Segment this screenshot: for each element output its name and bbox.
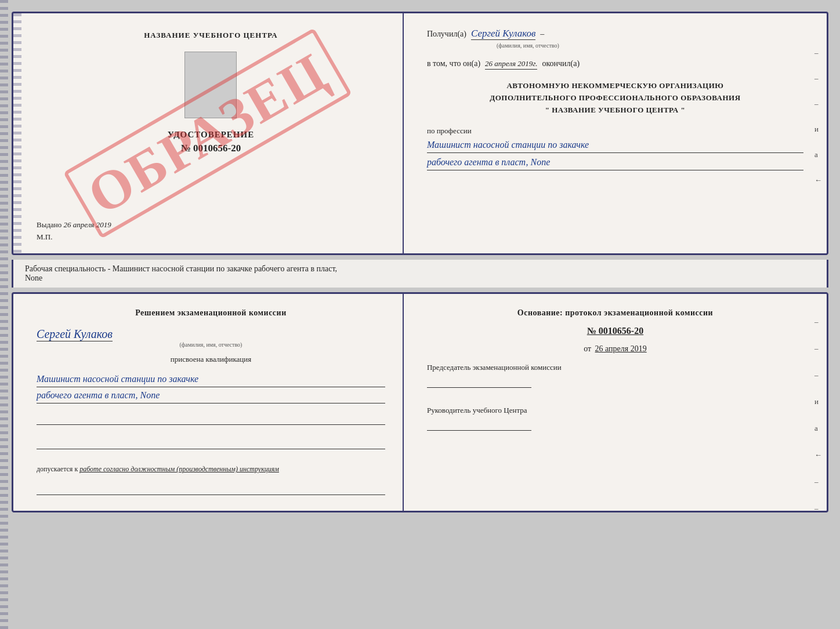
org-line3: " НАЗВАНИЕ УЧЕБНОГО ЦЕНТРА ": [427, 104, 803, 117]
date-value: 26 апреля 2019г.: [485, 59, 537, 70]
doc-bottom-left-panel: Решением экзаменационной комиссии Сергей…: [13, 294, 404, 511]
chairman-label: Председатель экзаменационной комиссии: [427, 362, 803, 374]
received-section: Получил(а) Сергей Кулаков –: [427, 28, 803, 40]
bottom-document: Решением экзаменационной комиссии Сергей…: [12, 292, 828, 512]
empty-underline-3: [37, 483, 385, 495]
profession-line1: Машинист насосной станции по закачке: [427, 137, 803, 153]
chairman-section: Председатель экзаменационной комиссии: [427, 362, 803, 388]
qualification-line1: Машинист насосной станции по закачке: [37, 371, 385, 387]
empty-underline-1: [37, 413, 385, 425]
profession-section: по профессии Машинист насосной станции п…: [427, 126, 803, 170]
person-name-section: Сергей Кулаков (фамилия, имя, отчество): [37, 325, 385, 348]
cert-number: № 0010656-20: [181, 143, 241, 154]
page-wrapper: НАЗВАНИЕ УЧЕБНОГО ЦЕНТРА ОБРАЗЕЦ УДОСТОВ…: [12, 12, 828, 512]
doc-bottom-right-panel: Основание: протокол экзаменационной коми…: [404, 294, 827, 511]
date-label: в том, что он(а): [427, 59, 480, 68]
side-dashes-top: – – – и а ←: [814, 48, 822, 185]
top-document: НАЗВАНИЕ УЧЕБНОГО ЦЕНТРА ОБРАЗЕЦ УДОСТОВ…: [12, 12, 828, 255]
date-section: в том, что он(а) 26 апреля 2019г. окончи…: [427, 59, 803, 70]
profession-line2: рабочего агента в пласт, None: [427, 155, 803, 170]
received-label: Получил(а): [427, 30, 466, 39]
director-signature-line: [427, 421, 531, 431]
name-hint-top: (фамилия, имя, отчество): [497, 42, 803, 49]
doc-right-panel: Получил(а) Сергей Кулаков – (фамилия, им…: [404, 13, 827, 253]
org-block: АВТОНОМНУЮ НЕКОММЕРЧЕСКУЮ ОРГАНИЗАЦИЮ ДО…: [427, 80, 803, 116]
school-name-title: НАЗВАНИЕ УЧЕБНОГО ЦЕНТРА: [144, 31, 278, 40]
issued-date: 26 апреля 2019: [64, 220, 111, 229]
issued-label: Выдано: [37, 220, 61, 229]
left-border-decoration: [13, 13, 21, 253]
finished-label: окончил(а): [542, 59, 580, 68]
commission-title: Решением экзаменационной комиссии: [37, 308, 385, 318]
director-label: Руководитель учебного Центра: [427, 405, 803, 417]
dash-separator: –: [540, 30, 544, 39]
chairman-signature-line: [427, 379, 531, 388]
qualification-values: Машинист насосной станции по закачке раб…: [37, 371, 385, 403]
received-name: Сергей Кулаков: [471, 28, 535, 40]
separator-text-line2: None: [25, 274, 815, 283]
qualification-line2: рабочего агента в пласт, None: [37, 387, 385, 403]
photo-placeholder: [184, 52, 237, 118]
допускается-value: работе согласно должностным (производств…: [79, 465, 279, 473]
director-section: Руководитель учебного Центра: [427, 405, 803, 431]
separator-section: Рабочая специальность - Машинист насосно…: [12, 260, 828, 288]
separator-text-line1: Рабочая специальность - Машинист насосно…: [25, 264, 815, 274]
mp-label: М.П.: [37, 232, 52, 242]
osnov-title: Основание: протокол экзаменационной коми…: [427, 308, 803, 318]
org-line1: АВТОНОМНУЮ НЕКОММЕРЧЕСКУЮ ОРГАНИЗАЦИЮ: [427, 80, 803, 92]
protocol-date-prefix: от: [584, 344, 591, 353]
profession-label: по профессии: [427, 126, 472, 135]
issued-line: Выдано 26 апреля 2019: [37, 209, 385, 230]
doc-left-panel: НАЗВАНИЕ УЧЕБНОГО ЦЕНТРА ОБРАЗЕЦ УДОСТОВ…: [13, 13, 404, 253]
допускается-label: допускается к: [37, 465, 78, 473]
name-hint-bottom: (фамилия, имя, отчество): [37, 341, 385, 348]
org-line2: ДОПОЛНИТЕЛЬНОГО ПРОФЕССИОНАЛЬНОГО ОБРАЗО…: [427, 92, 803, 104]
protocol-date-section: от 26 апреля 2019: [427, 344, 803, 354]
side-dashes-bottom: – – – и а ← – –: [814, 317, 822, 512]
qualification-label: присвоена квалификация: [37, 355, 385, 364]
допускается-section: допускается к работе согласно должностны…: [37, 465, 385, 474]
protocol-number: № 0010656-20: [427, 326, 803, 336]
cert-title: УДОСТОВЕРЕНИЕ: [168, 130, 255, 140]
empty-underline-2: [37, 438, 385, 449]
person-name-large: Сергей Кулаков: [37, 328, 113, 341]
protocol-date: 26 апреля 2019: [595, 344, 647, 353]
